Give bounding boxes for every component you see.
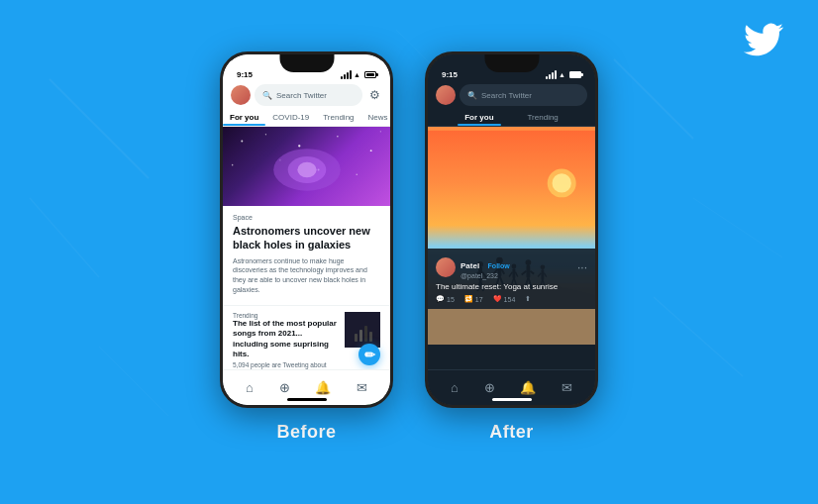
retweet-icon: 🔁	[464, 295, 473, 303]
after-tweet-reply-action[interactable]: 💬 15	[436, 295, 455, 303]
after-tweet-follow-btn[interactable]: Follow	[488, 262, 510, 269]
share-icon: ⬆	[525, 295, 531, 303]
after-tweet-handle: @patel_232	[460, 272, 510, 279]
svg-rect-22	[359, 330, 362, 342]
before-label: Before	[276, 422, 336, 443]
svg-point-12	[380, 131, 381, 132]
before-phone-wrapper: 9:15 ▲	[220, 51, 393, 443]
before-search-input[interactable]: 🔍 Search Twitter	[255, 84, 362, 106]
svg-line-4	[99, 347, 168, 416]
before-phone: 9:15 ▲	[220, 51, 393, 408]
svg-point-19	[297, 162, 316, 177]
svg-rect-21	[355, 334, 358, 342]
after-nav-bell-icon[interactable]: 🔔	[520, 380, 536, 395]
after-tweet-user-row: Patel Follow @patel_232 ···	[436, 254, 587, 279]
before-tab-news[interactable]: News	[361, 109, 390, 126]
after-tweet-actions: 💬 15 🔁 17 ❤️ 154	[436, 295, 587, 303]
before-avatar	[231, 85, 251, 105]
twitter-logo	[739, 20, 788, 63]
svg-point-30	[553, 173, 571, 192]
settings-icon[interactable]: ⚙	[366, 87, 382, 103]
before-trending-1-label: Trending	[233, 312, 337, 319]
after-tweet-hearts: 154	[504, 296, 516, 303]
after-search-icon: 🔍	[467, 91, 477, 100]
svg-point-8	[265, 134, 266, 135]
after-tweet-avatar	[436, 257, 456, 277]
after-phone-notch	[484, 54, 539, 72]
after-search-placeholder: Search Twitter	[481, 91, 532, 100]
after-search-row: 🔍 Search Twitter	[428, 81, 595, 109]
svg-point-13	[232, 164, 234, 166]
after-tweet-name: Patel	[460, 261, 479, 270]
after-tweet-like-action[interactable]: ❤️ 154	[493, 295, 516, 303]
svg-rect-24	[369, 332, 372, 342]
after-tweet-more-icon[interactable]: ···	[577, 260, 587, 274]
before-search-placeholder: Search Twitter	[276, 91, 327, 100]
before-phone-screen: 9:15 ▲	[223, 54, 390, 405]
before-trending-1-thumb	[345, 312, 380, 348]
nav-home-icon[interactable]: ⌂	[246, 380, 254, 395]
after-tweet-retweets: 17	[475, 296, 483, 303]
phone-notch	[279, 54, 334, 72]
nav-search-icon[interactable]: ⊕	[279, 380, 290, 395]
svg-point-11	[370, 150, 372, 151]
after-time: 9:15	[442, 60, 458, 79]
after-search-input[interactable]: 🔍 Search Twitter	[460, 84, 587, 106]
before-home-indicator	[287, 398, 327, 401]
battery-icon	[364, 71, 376, 78]
after-signal-icon	[546, 71, 557, 79]
after-home-indicator	[492, 398, 532, 401]
before-article-tag: Space	[233, 214, 380, 221]
after-tweet-content: The ultimate reset: Yoga at sunrise	[436, 282, 587, 291]
after-tab-trending[interactable]: Trending	[521, 109, 565, 126]
after-status-icons: ▲	[546, 61, 581, 79]
after-tweet-user-info: Patel Follow @patel_232	[436, 254, 510, 279]
after-avatar	[436, 85, 456, 105]
before-article-body: Astronomers continue to make huge discov…	[233, 256, 380, 295]
after-tweet-name-block: Patel Follow @patel_232	[460, 254, 510, 279]
after-nav-mail-icon[interactable]: ✉	[562, 380, 572, 395]
svg-point-9	[298, 145, 300, 147]
status-icons: ▲	[341, 61, 376, 79]
svg-point-16	[357, 174, 358, 175]
before-search-row: 🔍 Search Twitter ⚙	[223, 81, 390, 109]
svg-line-1	[30, 198, 99, 277]
search-icon: 🔍	[262, 91, 272, 100]
after-tab-foryou[interactable]: For you	[458, 109, 500, 126]
before-trending-1-title: The list of the most popular songs from …	[233, 319, 337, 360]
before-fab-button[interactable]: ✏	[358, 344, 380, 365]
after-hero-beach: Patel Follow @patel_232 ··· The ultimate…	[428, 127, 595, 345]
svg-point-7	[241, 141, 243, 143]
before-tab-foryou[interactable]: For you	[223, 109, 265, 126]
svg-line-5	[693, 198, 782, 257]
after-tweet-share-action[interactable]: ⬆	[525, 295, 531, 303]
signal-icon	[341, 71, 352, 79]
after-wifi-icon: ▲	[559, 71, 565, 78]
before-article: Space Astronomers uncover new black hole…	[223, 206, 390, 305]
before-trending-1-text: Trending The list of the most popular so…	[233, 312, 337, 376]
svg-rect-23	[364, 326, 367, 342]
after-label: After	[489, 422, 534, 443]
after-hero-container: Patel Follow @patel_232 ··· The ultimate…	[428, 127, 595, 345]
phones-comparison: 9:15 ▲	[220, 51, 598, 443]
svg-rect-20	[345, 312, 380, 348]
after-tweet-overlay: Patel Follow @patel_232 ··· The ultimate…	[428, 249, 595, 309]
after-phone-screen: 9:15 ▲	[428, 54, 595, 405]
before-tab-covid[interactable]: COVID-19	[265, 109, 316, 126]
svg-line-2	[614, 59, 693, 139]
after-phone-wrapper: 9:15 ▲	[425, 51, 598, 443]
nav-mail-icon[interactable]: ✉	[357, 380, 367, 395]
after-tweet-retweet-action[interactable]: 🔁 17	[464, 295, 483, 303]
nav-bell-icon[interactable]: 🔔	[315, 380, 331, 395]
svg-point-10	[337, 136, 339, 138]
wifi-icon: ▲	[354, 71, 360, 78]
after-nav-search-icon[interactable]: ⊕	[484, 380, 495, 395]
after-tabs: For you Trending	[428, 109, 595, 127]
after-tweet-likes: 15	[447, 296, 455, 303]
after-phone: 9:15 ▲	[425, 51, 598, 408]
after-nav-home-icon[interactable]: ⌂	[451, 380, 459, 395]
reply-icon: 💬	[436, 295, 445, 303]
before-tab-trending[interactable]: Trending	[316, 109, 360, 126]
like-icon: ❤️	[493, 295, 502, 303]
before-hero-image	[223, 127, 390, 206]
